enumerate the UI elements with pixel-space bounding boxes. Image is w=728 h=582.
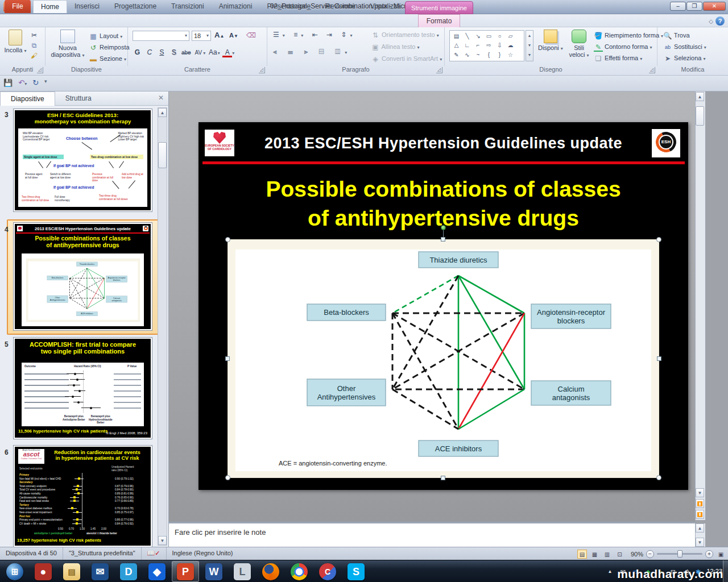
minimize-button[interactable]: – <box>670 2 686 11</box>
notes-pane[interactable]: Fare clic per inserire le note <box>169 522 695 547</box>
shapes-gallery[interactable]: ▤╲↘▭○▱△∟⌐⇨⇩☁✎∿~{}☆ <box>449 30 524 61</box>
tray-expand-icon[interactable]: ▲ <box>605 567 614 576</box>
panel-close-icon[interactable]: ✕ <box>158 94 164 102</box>
zoom-level[interactable]: 90% <box>631 551 643 558</box>
dialog-launcher-appunti[interactable]: ◿ <box>37 67 43 73</box>
arrange-button[interactable]: Disponi ▾ <box>537 30 564 51</box>
shape-effects-button[interactable]: ❏ Effetti forma ▾ <box>594 54 642 63</box>
dialog-launcher-disegno[interactable]: ◿ <box>649 67 655 73</box>
taskbar-firefox[interactable] <box>257 561 284 582</box>
format-painter-button[interactable]: 🖌 <box>30 51 39 60</box>
language-indicator[interactable]: Inglese (Regno Unito) <box>167 547 239 560</box>
shape-glyph-14[interactable]: ~ <box>473 51 483 59</box>
layout-button[interactable]: ▦ Layout ▾ <box>89 32 122 41</box>
bullets-button[interactable]: ☰ <box>273 31 283 39</box>
shape-outline-button[interactable]: ✎ Contorno forma ▾ <box>594 43 652 52</box>
shape-glyph-8[interactable]: ⌐ <box>473 41 483 49</box>
tab-transizioni[interactable]: Transizioni <box>164 0 212 13</box>
taskbar-powerpoint[interactable]: P <box>172 561 199 582</box>
rotation-handle[interactable] <box>441 225 446 230</box>
show-desktop-button[interactable] <box>723 560 728 582</box>
normal-view-icon[interactable]: ▤ <box>577 550 587 559</box>
shape-glyph-0[interactable]: ▤ <box>451 32 462 40</box>
bold-button[interactable]: G <box>133 48 142 57</box>
replace-button[interactable]: ab Sostituisci ▾ <box>663 43 706 52</box>
taskbar-scanner-app[interactable]: L <box>229 561 256 582</box>
columns-button[interactable]: ▥ <box>335 48 345 56</box>
zoom-out-icon[interactable]: − <box>646 550 654 558</box>
selection-handle-n[interactable] <box>441 237 445 242</box>
minimize-ribbon-icon[interactable]: ◇ <box>709 18 713 24</box>
clear-formatting-button[interactable]: ⌫ <box>246 31 255 40</box>
selection-handle-e[interactable] <box>657 356 661 361</box>
tab-inserisci[interactable]: Inserisci <box>67 0 107 13</box>
shape-glyph-16[interactable]: } <box>494 51 505 59</box>
taskbar-dropbox[interactable]: ◆ <box>143 561 171 582</box>
section-button[interactable]: ▬ Sezione ▾ <box>89 55 126 64</box>
zoom-slider[interactable] <box>657 553 702 555</box>
reset-button[interactable]: ↺ Reimposta <box>89 43 130 52</box>
slide-thumbnail-4[interactable]: 2013 ESC/ESH Hypertension Guidelines upd… <box>14 223 152 330</box>
italic-button[interactable]: C <box>144 48 154 57</box>
shape-glyph-12[interactable]: ✎ <box>451 51 462 59</box>
strikethrough-button[interactable]: abe <box>181 48 191 57</box>
new-slide-button[interactable]: Nuovadiapositiva ▾ <box>50 30 85 58</box>
slideshow-icon[interactable]: ⊡ <box>615 550 624 559</box>
shapes-gallery-scroll[interactable]: ▲▼▼ <box>526 30 533 61</box>
spellcheck-icon[interactable]: 📖✓ <box>142 547 167 560</box>
taskbar-start[interactable]: ⊞ <box>1 561 28 582</box>
find-button[interactable]: 🔍 Trova <box>663 31 690 40</box>
reading-view-icon[interactable]: ▥ <box>602 550 612 559</box>
notes-placeholder[interactable]: Fare clic per inserire le note <box>175 528 695 537</box>
tab-progettazione[interactable]: Progettazione <box>107 0 164 13</box>
dialog-launcher-carattere[interactable]: ◿ <box>259 67 265 73</box>
shape-glyph-7[interactable]: ∟ <box>462 41 473 49</box>
combination-figure[interactable]: Thiazide diureticsBeta-blockersAngiotens… <box>228 239 659 478</box>
tab-diapositive[interactable]: Diapositive <box>0 92 55 106</box>
scroll-up-icon[interactable]: ▲ <box>696 92 704 101</box>
panel-scrollbar[interactable]: ▲ ▼ <box>158 107 167 546</box>
shape-glyph-5[interactable]: ▱ <box>505 32 516 40</box>
tab-formato[interactable]: Formato <box>418 14 460 27</box>
zoom-in-icon[interactable]: + <box>705 550 713 558</box>
shape-glyph-4[interactable]: ○ <box>494 32 505 40</box>
scroll-down-icon[interactable]: ▼ <box>696 488 704 497</box>
taskbar-red-app[interactable]: ● <box>30 561 57 582</box>
zoom-slider-thumb[interactable] <box>677 550 682 558</box>
select-button[interactable]: ➤ Seleziona ▾ <box>663 54 705 63</box>
change-case-button[interactable]: Aa <box>208 48 218 57</box>
shape-glyph-1[interactable]: ╲ <box>462 32 473 40</box>
tab-home[interactable]: Home <box>33 0 67 13</box>
help-icon[interactable]: ? <box>715 16 725 26</box>
shape-glyph-3[interactable]: ▭ <box>483 32 494 40</box>
underline-button[interactable]: S <box>157 48 167 57</box>
undo-button[interactable]: ↶▾ <box>18 78 27 87</box>
tab-visualizza[interactable]: Visualizza <box>363 0 408 13</box>
taskbar-chrome[interactable] <box>286 561 313 582</box>
close-button[interactable]: ✕ <box>703 2 726 11</box>
font-size-combo[interactable]: 18 ▾ <box>192 31 211 41</box>
font-color-button[interactable]: A <box>222 48 232 57</box>
font-name-combo[interactable]: ▾ <box>133 31 189 41</box>
justify-button[interactable]: ▤ <box>319 48 329 56</box>
selection-handle-s[interactable] <box>441 476 445 480</box>
slide-header-title[interactable]: 2013 ESC/ESH Hypertension Guidelines upd… <box>238 135 648 152</box>
shape-glyph-11[interactable]: ☁ <box>505 41 516 49</box>
align-center-button[interactable]: ☰ <box>288 48 297 56</box>
theme-name[interactable]: "3_Struttura predefinita" <box>63 547 142 560</box>
selection-handle-w[interactable] <box>225 356 230 361</box>
paste-button[interactable]: Incolla ▾ <box>3 30 27 53</box>
scroll-up-icon[interactable]: ▲ <box>158 108 167 117</box>
scroll-thumb[interactable] <box>696 106 704 126</box>
tab-struttura[interactable]: Struttura <box>55 92 102 105</box>
scroll-down-icon[interactable]: ▼ <box>696 538 704 547</box>
align-left-button[interactable]: ⫷ <box>273 48 282 56</box>
selection-handle-se[interactable] <box>656 475 661 480</box>
tab-revisione[interactable]: Revisione <box>318 0 363 13</box>
character-spacing-button[interactable]: AV <box>193 48 203 57</box>
next-slide-icon[interactable]: ⏬ <box>696 510 704 519</box>
qat-customize-button[interactable]: ▾ <box>44 78 47 84</box>
taskbar-ccleaner[interactable]: C <box>314 561 341 582</box>
panel-scroll-thumb[interactable] <box>158 142 167 168</box>
scroll-down-icon[interactable]: ▼ <box>158 536 167 545</box>
